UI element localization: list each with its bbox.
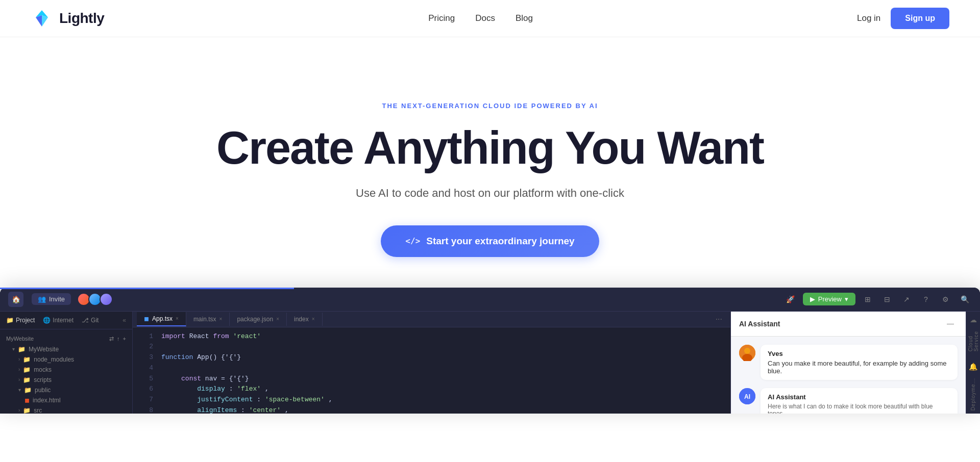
line-number: 3 bbox=[141, 352, 153, 363]
line-number: 4 bbox=[141, 363, 153, 374]
assistant-message-text: Here is what I can do to make it look mo… bbox=[768, 403, 950, 414]
add-icon[interactable]: + bbox=[123, 336, 126, 342]
tab-app-tsx[interactable]: ◼ App.tsx × bbox=[137, 312, 186, 326]
tab-index[interactable]: index × bbox=[287, 313, 323, 326]
chevron-down-icon: ▾ bbox=[18, 387, 21, 393]
line-number: 6 bbox=[141, 384, 153, 395]
avatar-3 bbox=[100, 293, 113, 306]
sidebar-tab-internet[interactable]: 🌐 Internet bbox=[43, 315, 74, 326]
line-number: 5 bbox=[141, 374, 153, 384]
line-number: 7 bbox=[141, 395, 153, 405]
code-line-6: 6 display : 'flex' , bbox=[133, 384, 730, 395]
code-line-2: 2 bbox=[133, 342, 730, 352]
cta-bracket: </> bbox=[405, 236, 420, 246]
ide-content: 📁 Project 🌐 Internet ⎇ Git « bbox=[0, 312, 980, 414]
internet-icon: 🌐 bbox=[43, 317, 51, 324]
keyword: const bbox=[181, 375, 201, 382]
ai-panel-header: AI Assistant — bbox=[731, 312, 966, 337]
split-icon[interactable]: ⊟ bbox=[880, 292, 894, 306]
layout-icon[interactable]: ⊞ bbox=[861, 292, 875, 306]
tree-item-label: index.html bbox=[33, 397, 61, 404]
svg-text:AI: AI bbox=[744, 393, 750, 400]
nav-docs[interactable]: Docs bbox=[475, 13, 495, 23]
tree-item-label: node_modules bbox=[34, 356, 74, 363]
code-line-5: 5 const nav = {'{'} bbox=[133, 374, 730, 384]
settings-icon[interactable]: ⚙ bbox=[938, 292, 952, 306]
sidebar-collapse-button[interactable]: « bbox=[122, 317, 126, 324]
tabs-overflow-button[interactable]: ··· bbox=[712, 312, 726, 327]
tree-actions: ⇄ ↑ + bbox=[109, 336, 126, 342]
nav-blog[interactable]: Blog bbox=[516, 13, 533, 23]
code-line-8: 8 alignItems : 'center' , bbox=[133, 405, 730, 413]
tab-close-icon[interactable]: × bbox=[176, 316, 179, 321]
string-value: 'flex' bbox=[237, 385, 261, 393]
tab-label: main.tsx bbox=[193, 316, 216, 323]
assistant-message-content: AI Assistant Here is what I can do to ma… bbox=[761, 388, 958, 414]
invite-button[interactable]: 👥 Invite bbox=[32, 293, 71, 305]
keyword: function bbox=[161, 353, 193, 361]
tab-package-json[interactable]: package.json × bbox=[230, 313, 287, 326]
help-icon[interactable]: ? bbox=[919, 292, 933, 306]
login-button[interactable]: Log in bbox=[857, 13, 880, 23]
tree-item-label: public bbox=[35, 387, 51, 394]
keyword: import bbox=[161, 332, 185, 340]
tab-main-tsx[interactable]: main.tsx × bbox=[186, 313, 230, 326]
tree-item-src[interactable]: › 📁 src bbox=[0, 405, 132, 414]
tree-item-label: MyWebsite bbox=[29, 346, 59, 353]
deployer-label: Deployme... bbox=[970, 375, 976, 414]
tab-close-icon[interactable]: × bbox=[219, 316, 223, 322]
main-content: THE NEXT-GENERATION CLOUD IDE POWERED BY… bbox=[0, 0, 980, 414]
preview-button[interactable]: ▶ Preview ▾ bbox=[803, 293, 855, 305]
ai-panel-close-button[interactable]: — bbox=[943, 317, 958, 331]
tree-item-label: src bbox=[34, 407, 42, 414]
brand-name: Lightly bbox=[59, 10, 104, 27]
tree-item-label: mocks bbox=[34, 366, 52, 373]
assistant-message: AI AI Assistant Here is what I can do to… bbox=[739, 388, 958, 414]
run-icon[interactable]: 🚀 bbox=[783, 292, 798, 306]
progress-bar bbox=[0, 288, 294, 289]
git-icon: ⎇ bbox=[82, 317, 89, 324]
tree-item-mywebsite[interactable]: ▾ 📁 MyWebsite bbox=[0, 344, 132, 354]
signup-button[interactable]: Sign up bbox=[891, 8, 949, 29]
navbar: Lightly Pricing Docs Blog Log in Sign up bbox=[0, 0, 980, 37]
ide-preview-section: 🏠 👥 Invite 🚀 ▶ Preview bbox=[0, 288, 980, 414]
assistant-avatar: AI bbox=[739, 388, 755, 404]
hero-subtitle: Use AI to code and host on our platform … bbox=[356, 187, 624, 200]
logo[interactable]: Lightly bbox=[31, 7, 104, 30]
tree-item-public[interactable]: ▾ 📁 public bbox=[0, 385, 132, 395]
logo-icon bbox=[31, 7, 53, 30]
cloud-service-icon[interactable]: ☁ bbox=[966, 316, 981, 324]
sidebar-tab-git[interactable]: ⎇ Git bbox=[82, 315, 99, 326]
code-line-1: 1 import React from 'react' bbox=[133, 331, 730, 342]
file-tree-actions[interactable]: MyWebsite ⇄ ↑ + bbox=[0, 333, 132, 344]
invite-icon: 👥 bbox=[38, 295, 46, 303]
bell-icon[interactable]: 🔔 bbox=[966, 363, 981, 371]
hero-title: Create Anything You Want bbox=[216, 124, 764, 172]
share-icon[interactable]: ↗ bbox=[899, 292, 914, 306]
upload-icon[interactable]: ↑ bbox=[117, 336, 120, 342]
tree-item-scripts[interactable]: › 📁 scripts bbox=[0, 375, 132, 385]
cloud-service-label: Cloud Service bbox=[968, 328, 979, 354]
expand-icon[interactable]: ⇄ bbox=[109, 336, 114, 342]
user-avatar bbox=[739, 345, 755, 361]
search-icon[interactable]: 🔍 bbox=[958, 292, 972, 306]
nav-pricing[interactable]: Pricing bbox=[428, 13, 455, 23]
chevron-right-icon: › bbox=[18, 407, 20, 413]
ai-panel-title: AI Assistant bbox=[739, 320, 780, 328]
editor-tabs: ◼ App.tsx × main.tsx × package.json × bbox=[133, 312, 730, 327]
ai-messages: Yves Can you make it more beautiful, for… bbox=[731, 337, 966, 414]
string-value: 'center' bbox=[249, 406, 281, 413]
tree-item-index-html[interactable]: ◼ index.html bbox=[0, 395, 132, 405]
tab-close-icon[interactable]: × bbox=[276, 316, 279, 322]
cta-button[interactable]: </> Start your extraordinary journey bbox=[381, 225, 599, 257]
tree-item-node-modules[interactable]: › 📁 node_modules bbox=[0, 354, 132, 365]
code-line-4: 4 bbox=[133, 363, 730, 374]
sidebar-tab-project[interactable]: 📁 Project bbox=[6, 315, 35, 326]
line-number: 2 bbox=[141, 342, 153, 352]
sidebar-tabs: 📁 Project 🌐 Internet ⎇ Git « bbox=[0, 312, 132, 329]
nav-actions: Log in Sign up bbox=[857, 8, 949, 29]
home-button[interactable]: 🏠 bbox=[8, 292, 23, 307]
tab-close-icon[interactable]: × bbox=[312, 316, 315, 322]
tree-item-mocks[interactable]: › 📁 mocks bbox=[0, 365, 132, 375]
html-file-icon: ◼ bbox=[24, 397, 30, 404]
